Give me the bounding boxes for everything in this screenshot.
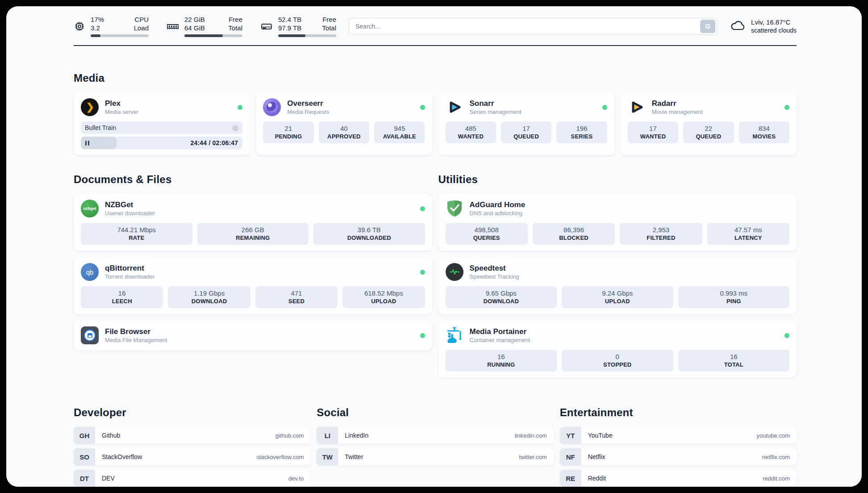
ram-total-value: 64 GiB: [184, 24, 205, 32]
link-reddit[interactable]: RE Reddit reddit.com: [560, 470, 797, 487]
stat-rate: 744.21 Mbps RATE: [81, 223, 192, 245]
cpu-stat: 17% 3.2 CPU Load: [74, 15, 149, 37]
link-linkedin[interactable]: LI LinkedIn linkedin.com: [317, 427, 553, 444]
app-card-radarr[interactable]: Radarr Movie management 17 WANTED 22 QUE…: [621, 92, 797, 155]
section-title-utilities: Utilities: [438, 173, 797, 186]
weather-widget[interactable]: Lviv, 16.87°C scattered clouds: [730, 18, 797, 35]
app-card-portainer[interactable]: Media Portainer Container management 16 …: [438, 321, 797, 378]
ram-icon: [167, 21, 179, 32]
app-card-speedtest[interactable]: Speedtest Speedtest Tracking 9.65 Gbps D…: [438, 257, 797, 314]
stat-upload: 9.24 Gbps UPLOAD: [562, 286, 673, 308]
app-subtitle: Series management: [470, 108, 522, 116]
stat-running: 16 RUNNING: [446, 350, 557, 372]
section-title-social: Social: [317, 406, 553, 419]
radarr-icon: [628, 98, 646, 116]
link-netflix[interactable]: NF Netflix netflix.com: [560, 448, 797, 465]
link-youtube[interactable]: YT YouTube youtube.com: [560, 427, 797, 444]
stat-seed: 471 SEED: [255, 286, 338, 308]
dashboard-screen: 17% 3.2 CPU Load: [6, 6, 862, 487]
stat-total: 16 TOTAL: [678, 350, 790, 372]
stat-pending: 21 PENDING: [263, 121, 313, 143]
plex-icon: ❯: [81, 98, 99, 116]
app-subtitle: Media File Management: [105, 336, 167, 344]
stat-stopped: 0 STOPPED: [562, 350, 673, 372]
nzbget-icon: nzbget: [81, 200, 99, 217]
portainer-icon: [446, 326, 463, 344]
stat-leech: 16 LEECH: [81, 286, 163, 308]
link-dev[interactable]: DT DEV dev.to: [74, 470, 310, 487]
app-name: NZBGet: [105, 200, 155, 209]
section-title-media: Media: [74, 72, 797, 84]
app-card-sonarr[interactable]: Sonarr Series management 485 WANTED 17 Q…: [438, 92, 614, 155]
header-divider: [74, 45, 797, 46]
link-badge: TW: [317, 448, 338, 465]
search-engine-button[interactable]: G: [700, 20, 715, 33]
link-github[interactable]: GH Github github.com: [74, 427, 310, 444]
stat-series: 196 SERIES: [556, 121, 607, 143]
stat-wanted: 17 WANTED: [628, 121, 678, 143]
stat-available: 945 AVAILABLE: [374, 121, 425, 143]
link-badge: DT: [74, 470, 95, 487]
top-bar: 17% 3.2 CPU Load: [74, 15, 797, 37]
app-name: Media Portainer: [470, 327, 530, 336]
search-input[interactable]: [355, 23, 700, 30]
link-twitter[interactable]: TW Twitter twitter.com: [317, 448, 553, 465]
system-stats: 17% 3.2 CPU Load: [74, 15, 336, 37]
app-name: Plex: [105, 99, 138, 108]
cpu-icon: [74, 21, 85, 32]
link-badge: LI: [317, 427, 338, 444]
status-dot-online: [420, 105, 425, 110]
pause-icon[interactable]: [85, 141, 89, 146]
ram-free-value: 22 GiB: [184, 15, 205, 24]
section-title-documents: Documents & Files: [74, 173, 432, 186]
cpu-load-label: Load: [134, 24, 149, 32]
app-name: Radarr: [652, 99, 703, 108]
stat-download: 1.19 Gbps DOWNLOAD: [168, 286, 250, 308]
link-badge: GH: [74, 427, 95, 444]
ram-total-label: Total: [228, 24, 242, 32]
status-dot-online: [420, 270, 425, 275]
cloud-icon: [730, 19, 746, 34]
overseerr-icon: [263, 98, 281, 116]
disk-total-value: 97.9 TB: [278, 24, 301, 32]
cpu-load-value: 3.2: [91, 24, 104, 32]
app-card-nzbget[interactable]: nzbget NZBGet Usenet downloader 744.21 M…: [74, 194, 432, 251]
app-subtitle: Media server: [105, 108, 138, 116]
disk-icon: [260, 21, 273, 32]
app-card-qbittorrent[interactable]: qb qBittorrent Torrent downloader 16 LEE…: [74, 257, 432, 314]
link-badge: SO: [74, 448, 95, 465]
stat-queued: 22 QUEUED: [683, 121, 734, 143]
app-subtitle: DNS and adblocking: [470, 209, 526, 217]
cpu-usage-value: 17%: [91, 15, 104, 24]
session-target-icon: ◎: [232, 124, 238, 131]
app-card-adguard[interactable]: AdGuard Home DNS and adblocking 498,508 …: [438, 194, 797, 251]
weather-condition: scattered clouds: [751, 26, 797, 35]
stat-wanted: 485 WANTED: [446, 121, 496, 143]
now-playing-title: Bullet Train: [85, 124, 116, 131]
link-stackoverflow[interactable]: SO StackOverflow stackoverflow.com: [74, 448, 310, 465]
app-card-plex[interactable]: ❯ Plex Media server Bullet Train ◎ 24:44…: [74, 92, 250, 155]
stat-downloaded: 39.6 TB DOWNLOADED: [313, 223, 425, 245]
app-name: Overseerr: [287, 99, 329, 108]
disk-progress-bar: [278, 34, 336, 37]
app-subtitle: Torrent downloader: [105, 273, 154, 280]
ram-stat: 22 GiB 64 GiB Free Total: [167, 15, 242, 37]
stat-blocked: 86,396 BLOCKED: [533, 223, 615, 245]
disk-total-label: Total: [322, 24, 336, 32]
app-card-filebrowser[interactable]: File Browser Media File Management: [74, 321, 432, 351]
disk-free-value: 52.4 TB: [278, 15, 301, 24]
app-card-overseerr[interactable]: Overseerr Media Requests 21 PENDING 40 A…: [256, 92, 432, 155]
media-grid: ❯ Plex Media server Bullet Train ◎ 24:44…: [74, 92, 797, 155]
cpu-label: CPU: [134, 15, 149, 24]
stat-download: 9.65 Gbps DOWNLOAD: [446, 286, 557, 308]
stat-latency: 47.57 ms LATENCY: [707, 223, 789, 245]
app-name: qBittorrent: [105, 263, 154, 273]
status-dot-online: [785, 105, 789, 110]
link-badge: RE: [560, 470, 581, 487]
status-dot-online: [785, 333, 789, 338]
disk-free-label: Free: [322, 15, 336, 24]
search-bar: G: [349, 18, 717, 35]
app-name: Sonarr: [470, 99, 522, 108]
app-subtitle: Usenet downloader: [105, 209, 155, 217]
status-dot-online: [602, 105, 607, 110]
